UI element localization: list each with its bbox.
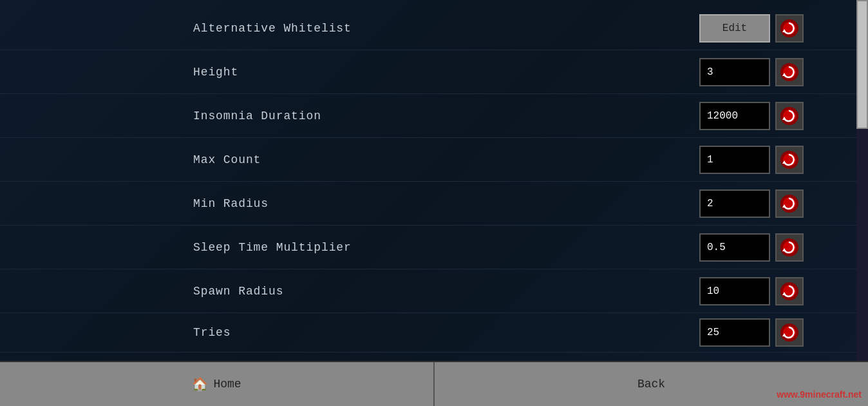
- setting-input-max-count[interactable]: [699, 146, 770, 174]
- edit-button-alternative-whitelist[interactable]: Edit: [699, 14, 770, 43]
- reset-icon-height: [779, 62, 800, 82]
- settings-list[interactable]: Alternative Whitelist Edit Hei: [0, 0, 868, 361]
- setting-row-insomnia-duration: Insomnia Duration: [0, 94, 868, 138]
- setting-label-max-count: Max Count: [193, 153, 686, 166]
- setting-input-tries[interactable]: [699, 318, 770, 347]
- setting-controls-max-count: [699, 146, 804, 174]
- setting-controls-alternative-whitelist: Edit: [699, 14, 804, 43]
- reset-button-sleep-time-multiplier[interactable]: [775, 233, 804, 262]
- setting-controls-insomnia-duration: [699, 102, 804, 130]
- setting-input-height[interactable]: [699, 58, 770, 86]
- setting-label-insomnia-duration: Insomnia Duration: [193, 110, 686, 122]
- reset-icon-spawn-radius: [779, 281, 800, 302]
- setting-label-tries: Tries: [193, 326, 686, 339]
- scrollbar[interactable]: [856, 0, 868, 361]
- reset-button-alternative-whitelist[interactable]: [775, 14, 804, 43]
- bottom-bar: 🏠 Home Back: [0, 361, 868, 406]
- back-label: Back: [637, 378, 665, 391]
- setting-row-min-radius: Min Radius: [0, 182, 868, 226]
- reset-button-insomnia-duration[interactable]: [775, 102, 804, 130]
- setting-row-tries: Tries: [0, 313, 868, 353]
- setting-label-spawn-radius: Spawn Radius: [193, 285, 686, 298]
- home-icon: 🏠: [192, 376, 208, 392]
- reset-icon-max-count: [779, 150, 800, 170]
- setting-input-insomnia-duration[interactable]: [699, 102, 770, 130]
- reset-button-min-radius[interactable]: [775, 189, 804, 218]
- setting-row-sleep-time-multiplier: Sleep Time Multiplier: [0, 226, 868, 269]
- reset-icon-min-radius: [779, 193, 800, 214]
- home-button[interactable]: 🏠 Home: [0, 362, 435, 406]
- setting-label-alternative-whitelist: Alternative Whitelist: [193, 22, 686, 35]
- reset-icon-insomnia-duration: [779, 106, 800, 126]
- watermark: www.9minecraft.net: [777, 389, 862, 400]
- setting-row-spawn-radius: Spawn Radius: [0, 269, 868, 313]
- setting-controls-height: [699, 58, 804, 86]
- reset-button-max-count[interactable]: [775, 146, 804, 174]
- setting-input-sleep-time-multiplier[interactable]: [699, 233, 770, 262]
- setting-controls-spawn-radius: [699, 277, 804, 305]
- setting-label-min-radius: Min Radius: [193, 197, 686, 210]
- setting-input-spawn-radius[interactable]: [699, 277, 770, 305]
- reset-icon-alternative-whitelist: [779, 18, 800, 39]
- reset-button-spawn-radius[interactable]: [775, 277, 804, 305]
- setting-input-min-radius[interactable]: [699, 189, 770, 218]
- setting-row-max-count: Max Count: [0, 138, 868, 182]
- settings-panel: Alternative Whitelist Edit Hei: [0, 0, 868, 361]
- setting-label-height: Height: [193, 66, 686, 79]
- home-label: Home: [213, 378, 241, 391]
- setting-row-height: Height: [0, 50, 868, 94]
- reset-button-tries[interactable]: [775, 318, 804, 347]
- reset-icon-tries: [779, 322, 800, 343]
- setting-controls-min-radius: [699, 189, 804, 218]
- reset-icon-sleep-time-multiplier: [779, 237, 800, 258]
- setting-controls-sleep-time-multiplier: [699, 233, 804, 262]
- scrollbar-thumb[interactable]: [856, 0, 868, 129]
- reset-button-height[interactable]: [775, 58, 804, 86]
- setting-controls-tries: [699, 318, 804, 347]
- setting-label-sleep-time-multiplier: Sleep Time Multiplier: [193, 241, 686, 254]
- setting-row-alternative-whitelist: Alternative Whitelist Edit: [0, 6, 868, 50]
